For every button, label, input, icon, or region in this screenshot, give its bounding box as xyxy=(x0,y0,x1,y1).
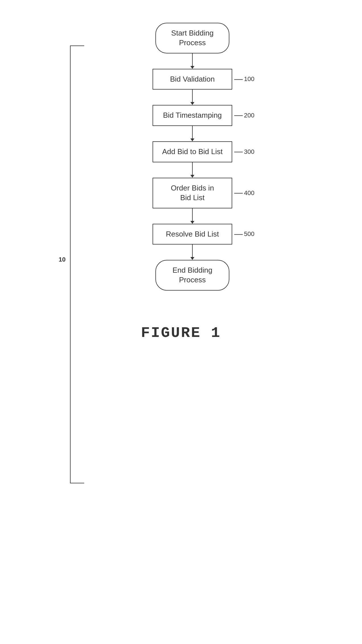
order-bids-label: Order Bids inBid List xyxy=(171,184,214,202)
order-bids-wrapper: Order Bids inBid List 400 xyxy=(153,178,232,208)
connector-2 xyxy=(190,90,194,105)
bid-timestamping-box: Bid Timestamping 200 xyxy=(153,105,232,126)
bid-validation-wrapper: Bid Validation 100 xyxy=(153,69,232,90)
order-bids-box: Order Bids inBid List 400 xyxy=(153,178,232,208)
ref-400: 400 xyxy=(234,189,254,197)
add-bid-label: Add Bid to Bid List xyxy=(162,147,223,156)
resolve-bid-wrapper: Resolve Bid List 500 xyxy=(153,224,232,245)
add-bid-box: Add Bid to Bid List 300 xyxy=(153,141,232,162)
connector-4 xyxy=(190,162,194,178)
figure-caption: FIGURE 1 xyxy=(141,325,221,341)
flowchart: Start BiddingProcess Bid Validation 100 xyxy=(107,23,278,291)
connector-1 xyxy=(190,53,194,69)
start-terminal: Start BiddingProcess xyxy=(155,23,229,53)
bid-timestamping-wrapper: Bid Timestamping 200 xyxy=(153,105,232,126)
bid-validation-label: Bid Validation xyxy=(170,75,215,83)
connector-5 xyxy=(190,208,194,224)
add-bid-wrapper: Add Bid to Bid List 300 xyxy=(153,141,232,162)
ref-300: 300 xyxy=(234,148,254,156)
ref-100: 100 xyxy=(234,75,254,83)
bid-timestamping-label: Bid Timestamping xyxy=(163,111,222,119)
connector-6 xyxy=(190,245,194,260)
bracket-label: 10 xyxy=(59,256,65,263)
end-terminal: End BiddingProcess xyxy=(155,260,229,291)
ref-200: 200 xyxy=(234,111,254,120)
resolve-bid-box: Resolve Bid List 500 xyxy=(153,224,232,245)
ref-500: 500 xyxy=(234,230,254,238)
connector-3 xyxy=(190,126,194,141)
resolve-bid-label: Resolve Bid List xyxy=(166,230,219,238)
diagram-area: 10 Start BiddingProcess Bid Validation 1… xyxy=(53,23,309,291)
bid-validation-box: Bid Validation 100 xyxy=(153,69,232,90)
bracket xyxy=(70,45,84,483)
page: 10 Start BiddingProcess Bid Validation 1… xyxy=(0,0,362,644)
